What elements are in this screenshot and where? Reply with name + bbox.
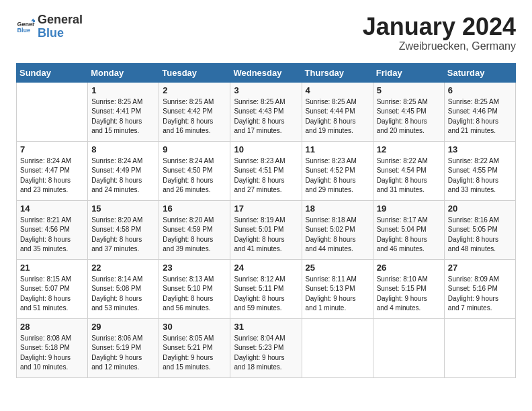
table-row: 10Sunrise: 8:23 AMSunset: 4:51 PMDayligh… bbox=[230, 141, 302, 200]
table-row: 19Sunrise: 8:17 AMSunset: 5:04 PMDayligh… bbox=[373, 200, 444, 259]
table-row: 29Sunrise: 8:06 AMSunset: 5:19 PMDayligh… bbox=[88, 318, 159, 377]
table-row: 14Sunrise: 8:21 AMSunset: 4:56 PMDayligh… bbox=[17, 200, 88, 259]
day-number: 9 bbox=[163, 144, 226, 154]
header-wednesday: Wednesday bbox=[230, 63, 302, 82]
header-monday: Monday bbox=[88, 63, 159, 82]
table-row: 27Sunrise: 8:09 AMSunset: 5:16 PMDayligh… bbox=[444, 259, 515, 318]
day-number: 15 bbox=[91, 203, 155, 214]
table-row: 28Sunrise: 8:08 AMSunset: 5:18 PMDayligh… bbox=[17, 318, 88, 377]
location-subtitle: Zweibruecken, Germany bbox=[363, 40, 516, 52]
cell-text: Sunrise: 8:25 AMSunset: 4:44 PMDaylight:… bbox=[306, 97, 369, 136]
calendar-week-row: 7Sunrise: 8:24 AMSunset: 4:47 PMDaylight… bbox=[17, 141, 516, 200]
table-row bbox=[17, 82, 88, 141]
cell-text: Sunrise: 8:19 AMSunset: 5:01 PMDaylight:… bbox=[234, 216, 298, 255]
cell-text: Sunrise: 8:20 AMSunset: 4:59 PMDaylight:… bbox=[163, 216, 226, 255]
cell-text: Sunrise: 8:25 AMSunset: 4:46 PMDaylight:… bbox=[448, 97, 512, 136]
table-row: 24Sunrise: 8:12 AMSunset: 5:11 PMDayligh… bbox=[230, 259, 302, 318]
table-row: 21Sunrise: 8:15 AMSunset: 5:07 PMDayligh… bbox=[17, 259, 88, 318]
logo-icon: General Blue bbox=[16, 17, 35, 36]
cell-text: Sunrise: 8:18 AMSunset: 5:02 PMDaylight:… bbox=[306, 216, 369, 255]
table-row: 17Sunrise: 8:19 AMSunset: 5:01 PMDayligh… bbox=[230, 200, 302, 259]
table-row: 6Sunrise: 8:25 AMSunset: 4:46 PMDaylight… bbox=[444, 82, 515, 141]
day-number: 31 bbox=[234, 322, 298, 332]
table-row: 5Sunrise: 8:25 AMSunset: 4:45 PMDaylight… bbox=[373, 82, 444, 141]
day-number: 12 bbox=[377, 144, 441, 154]
day-number: 6 bbox=[448, 85, 512, 95]
table-row: 4Sunrise: 8:25 AMSunset: 4:44 PMDaylight… bbox=[302, 82, 373, 141]
month-title: January 2024 bbox=[363, 13, 516, 40]
cell-text: Sunrise: 8:21 AMSunset: 4:56 PMDaylight:… bbox=[20, 216, 84, 255]
day-number: 10 bbox=[234, 144, 298, 154]
table-row: 7Sunrise: 8:24 AMSunset: 4:47 PMDaylight… bbox=[17, 141, 88, 200]
day-number: 7 bbox=[20, 144, 84, 154]
cell-text: Sunrise: 8:09 AMSunset: 5:16 PMDaylight:… bbox=[448, 275, 512, 314]
day-number: 22 bbox=[91, 263, 155, 273]
cell-text: Sunrise: 8:25 AMSunset: 4:43 PMDaylight:… bbox=[234, 97, 298, 136]
table-row: 15Sunrise: 8:20 AMSunset: 4:58 PMDayligh… bbox=[88, 200, 159, 259]
cell-text: Sunrise: 8:24 AMSunset: 4:50 PMDaylight:… bbox=[163, 156, 226, 195]
calendar-week-row: 21Sunrise: 8:15 AMSunset: 5:07 PMDayligh… bbox=[17, 259, 516, 318]
calendar-page: General Blue General Blue January 2024 Z… bbox=[0, 0, 532, 392]
day-number: 19 bbox=[377, 203, 441, 214]
table-row: 12Sunrise: 8:22 AMSunset: 4:54 PMDayligh… bbox=[373, 141, 444, 200]
header-sunday: Sunday bbox=[17, 63, 88, 82]
header-friday: Friday bbox=[373, 63, 444, 82]
cell-text: Sunrise: 8:05 AMSunset: 5:21 PMDaylight:… bbox=[163, 334, 226, 373]
calendar-week-row: 14Sunrise: 8:21 AMSunset: 4:56 PMDayligh… bbox=[17, 200, 516, 259]
day-number: 3 bbox=[234, 85, 298, 95]
day-number: 23 bbox=[163, 263, 226, 273]
table-row: 20Sunrise: 8:16 AMSunset: 5:05 PMDayligh… bbox=[444, 200, 515, 259]
logo-general: General bbox=[38, 13, 83, 27]
cell-text: Sunrise: 8:08 AMSunset: 5:18 PMDaylight:… bbox=[20, 334, 84, 373]
day-number: 13 bbox=[448, 144, 512, 154]
day-number: 2 bbox=[163, 85, 226, 95]
cell-text: Sunrise: 8:25 AMSunset: 4:45 PMDaylight:… bbox=[377, 97, 441, 136]
day-number: 1 bbox=[91, 85, 155, 95]
cell-text: Sunrise: 8:13 AMSunset: 5:10 PMDaylight:… bbox=[163, 275, 226, 314]
weekday-header-row: Sunday Monday Tuesday Wednesday Thursday… bbox=[17, 63, 516, 82]
day-number: 16 bbox=[163, 203, 226, 214]
table-row: 11Sunrise: 8:23 AMSunset: 4:52 PMDayligh… bbox=[302, 141, 373, 200]
header-thursday: Thursday bbox=[302, 63, 373, 82]
cell-text: Sunrise: 8:15 AMSunset: 5:07 PMDaylight:… bbox=[20, 275, 84, 314]
cell-text: Sunrise: 8:06 AMSunset: 5:19 PMDaylight:… bbox=[91, 334, 155, 373]
svg-text:General: General bbox=[17, 20, 35, 27]
cell-text: Sunrise: 8:25 AMSunset: 4:41 PMDaylight:… bbox=[91, 97, 155, 136]
table-row: 18Sunrise: 8:18 AMSunset: 5:02 PMDayligh… bbox=[302, 200, 373, 259]
table-row bbox=[302, 318, 373, 377]
header: General Blue General Blue January 2024 Z… bbox=[16, 13, 516, 52]
cell-text: Sunrise: 8:25 AMSunset: 4:42 PMDaylight:… bbox=[163, 97, 226, 136]
day-number: 4 bbox=[306, 85, 369, 95]
svg-text:Blue: Blue bbox=[17, 27, 30, 34]
day-number: 11 bbox=[306, 144, 369, 154]
cell-text: Sunrise: 8:17 AMSunset: 5:04 PMDaylight:… bbox=[377, 216, 441, 255]
title-block: January 2024 Zweibruecken, Germany bbox=[363, 13, 516, 52]
cell-text: Sunrise: 8:11 AMSunset: 5:13 PMDaylight:… bbox=[306, 275, 369, 314]
table-row: 2Sunrise: 8:25 AMSunset: 4:42 PMDaylight… bbox=[159, 82, 230, 141]
cell-text: Sunrise: 8:20 AMSunset: 4:58 PMDaylight:… bbox=[91, 216, 155, 255]
cell-text: Sunrise: 8:23 AMSunset: 4:52 PMDaylight:… bbox=[306, 156, 369, 195]
day-number: 8 bbox=[91, 144, 155, 154]
table-row: 9Sunrise: 8:24 AMSunset: 4:50 PMDaylight… bbox=[159, 141, 230, 200]
calendar-table: Sunday Monday Tuesday Wednesday Thursday… bbox=[16, 63, 516, 378]
day-number: 14 bbox=[20, 203, 84, 214]
day-number: 18 bbox=[306, 203, 369, 214]
table-row: 8Sunrise: 8:24 AMSunset: 4:49 PMDaylight… bbox=[88, 141, 159, 200]
table-row: 23Sunrise: 8:13 AMSunset: 5:10 PMDayligh… bbox=[159, 259, 230, 318]
table-row: 3Sunrise: 8:25 AMSunset: 4:43 PMDaylight… bbox=[230, 82, 302, 141]
table-row: 30Sunrise: 8:05 AMSunset: 5:21 PMDayligh… bbox=[159, 318, 230, 377]
header-tuesday: Tuesday bbox=[159, 63, 230, 82]
day-number: 27 bbox=[448, 263, 512, 273]
table-row: 22Sunrise: 8:14 AMSunset: 5:08 PMDayligh… bbox=[88, 259, 159, 318]
day-number: 5 bbox=[377, 85, 441, 95]
day-number: 29 bbox=[91, 322, 155, 332]
table-row bbox=[444, 318, 515, 377]
cell-text: Sunrise: 8:24 AMSunset: 4:47 PMDaylight:… bbox=[20, 156, 84, 195]
day-number: 25 bbox=[306, 263, 369, 273]
day-number: 20 bbox=[448, 203, 512, 214]
cell-text: Sunrise: 8:23 AMSunset: 4:51 PMDaylight:… bbox=[234, 156, 298, 195]
logo: General Blue General Blue bbox=[16, 13, 83, 40]
cell-text: Sunrise: 8:22 AMSunset: 4:55 PMDaylight:… bbox=[448, 156, 512, 195]
table-row: 16Sunrise: 8:20 AMSunset: 4:59 PMDayligh… bbox=[159, 200, 230, 259]
day-number: 21 bbox=[20, 263, 84, 273]
